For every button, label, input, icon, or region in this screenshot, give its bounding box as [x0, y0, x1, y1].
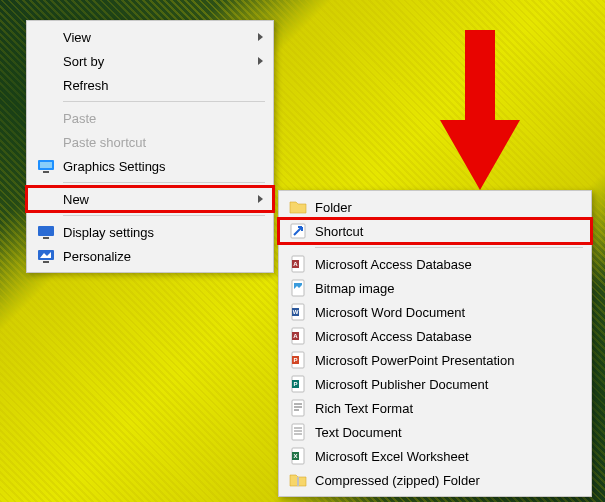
- chevron-right-icon: [258, 195, 263, 203]
- zip-icon: [289, 471, 307, 489]
- menu-label: Text Document: [315, 425, 402, 440]
- excel-icon: X: [289, 447, 307, 465]
- svg-text:P: P: [293, 357, 297, 363]
- personalize-icon: [37, 247, 55, 265]
- svg-rect-29: [292, 424, 304, 440]
- separator: [63, 182, 265, 183]
- menu-label: Microsoft PowerPoint Presentation: [315, 353, 514, 368]
- menu-item-refresh[interactable]: Refresh: [27, 73, 273, 97]
- submenu-item-rtf[interactable]: Rich Text Format: [279, 396, 591, 420]
- svg-text:X: X: [293, 453, 297, 459]
- menu-label: Folder: [315, 200, 352, 215]
- submenu-item-powerpoint[interactable]: P Microsoft PowerPoint Presentation: [279, 348, 591, 372]
- word-icon: W: [289, 303, 307, 321]
- submenu-item-bitmap[interactable]: Bitmap image: [279, 276, 591, 300]
- menu-label: View: [63, 30, 91, 45]
- menu-label: Paste shortcut: [63, 135, 146, 150]
- menu-item-paste-shortcut: Paste shortcut: [27, 130, 273, 154]
- publisher-icon: P: [289, 375, 307, 393]
- menu-label: Bitmap image: [315, 281, 394, 296]
- menu-label: Shortcut: [315, 224, 363, 239]
- menu-label: Microsoft Access Database: [315, 257, 472, 272]
- svg-rect-36: [297, 477, 299, 486]
- graphics-icon: [37, 157, 55, 175]
- folder-icon: [289, 198, 307, 216]
- svg-rect-25: [292, 400, 304, 416]
- menu-item-view[interactable]: View: [27, 25, 273, 49]
- svg-rect-2: [43, 171, 49, 173]
- submenu-item-publisher[interactable]: P Microsoft Publisher Document: [279, 372, 591, 396]
- text-icon: [289, 423, 307, 441]
- submenu-item-shortcut[interactable]: Shortcut: [279, 219, 591, 243]
- new-submenu: Folder Shortcut A Microsoft Access Datab…: [278, 190, 592, 497]
- access-icon: A: [289, 327, 307, 345]
- menu-label: New: [63, 192, 89, 207]
- rtf-icon: [289, 399, 307, 417]
- menu-label: Paste: [63, 111, 96, 126]
- menu-item-graphics-settings[interactable]: Graphics Settings: [27, 154, 273, 178]
- menu-item-personalize[interactable]: Personalize: [27, 244, 273, 268]
- chevron-right-icon: [258, 57, 263, 65]
- svg-rect-1: [40, 162, 52, 168]
- menu-label: Microsoft Word Document: [315, 305, 465, 320]
- menu-item-display-settings[interactable]: Display settings: [27, 220, 273, 244]
- powerpoint-icon: P: [289, 351, 307, 369]
- menu-label: Refresh: [63, 78, 109, 93]
- separator: [315, 247, 583, 248]
- display-icon: [37, 223, 55, 241]
- access-icon: A: [289, 255, 307, 273]
- svg-rect-6: [43, 261, 49, 263]
- menu-item-paste: Paste: [27, 106, 273, 130]
- svg-text:A: A: [293, 333, 298, 339]
- svg-text:W: W: [293, 309, 299, 315]
- menu-label: Microsoft Excel Worksheet: [315, 449, 469, 464]
- menu-label: Microsoft Publisher Document: [315, 377, 488, 392]
- svg-rect-3: [38, 226, 54, 236]
- menu-label: Graphics Settings: [63, 159, 166, 174]
- submenu-item-zip[interactable]: Compressed (zipped) Folder: [279, 468, 591, 492]
- menu-label: Display settings: [63, 225, 154, 240]
- separator: [63, 101, 265, 102]
- submenu-item-access-db2[interactable]: A Microsoft Access Database: [279, 324, 591, 348]
- menu-label: Microsoft Access Database: [315, 329, 472, 344]
- desktop-context-menu: View Sort by Refresh Paste Paste shortcu…: [26, 20, 274, 273]
- shortcut-icon: [289, 222, 307, 240]
- submenu-item-text[interactable]: Text Document: [279, 420, 591, 444]
- menu-label: Compressed (zipped) Folder: [315, 473, 480, 488]
- svg-rect-4: [43, 237, 49, 239]
- separator: [63, 215, 265, 216]
- menu-item-new[interactable]: New: [27, 187, 273, 211]
- submenu-item-word[interactable]: W Microsoft Word Document: [279, 300, 591, 324]
- menu-label: Rich Text Format: [315, 401, 413, 416]
- bitmap-icon: [289, 279, 307, 297]
- menu-item-sortby[interactable]: Sort by: [27, 49, 273, 73]
- svg-text:A: A: [293, 261, 298, 267]
- submenu-item-excel[interactable]: X Microsoft Excel Worksheet: [279, 444, 591, 468]
- submenu-item-folder[interactable]: Folder: [279, 195, 591, 219]
- submenu-item-access-db[interactable]: A Microsoft Access Database: [279, 252, 591, 276]
- chevron-right-icon: [258, 33, 263, 41]
- menu-label: Sort by: [63, 54, 104, 69]
- menu-label: Personalize: [63, 249, 131, 264]
- svg-text:P: P: [293, 381, 297, 387]
